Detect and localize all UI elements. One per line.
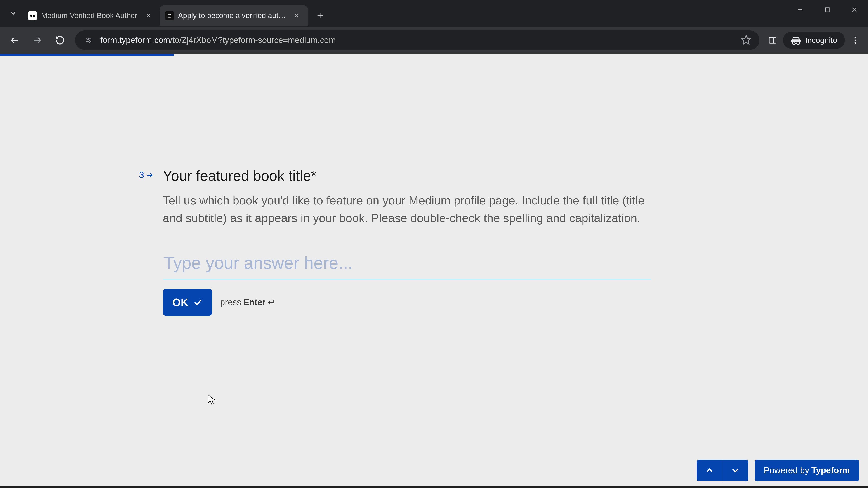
chrome-menu-button[interactable] — [847, 30, 864, 51]
powered-by-badge[interactable]: Powered by Typeform — [755, 459, 859, 481]
url-text: form.typeform.com/to/Zj4rXboM?typeform-s… — [100, 35, 735, 45]
star-icon — [741, 35, 751, 45]
chevron-down-icon — [9, 9, 17, 18]
question-description: Tell us which book you'd like to feature… — [163, 192, 651, 227]
question-number-marker: 3 — [139, 170, 153, 180]
new-tab-button[interactable] — [312, 7, 328, 23]
question-title: Your featured book title* — [163, 167, 678, 185]
tab-medium-author[interactable]: ●● Medium Verified Book Author — [23, 5, 160, 26]
window-maximize-button[interactable] — [814, 0, 841, 19]
sidepanel-icon — [768, 36, 777, 45]
next-question-button[interactable] — [722, 459, 748, 481]
mouse-cursor — [208, 394, 216, 407]
reload-icon — [55, 35, 65, 45]
arrow-right-icon — [146, 171, 153, 179]
browser-titlebar: ●● Medium Verified Book Author ▢ Apply t… — [0, 0, 868, 27]
form-nav-buttons — [697, 459, 748, 481]
answer-input[interactable] — [163, 250, 651, 280]
kebab-icon — [851, 36, 860, 45]
browser-toolbar: form.typeform.com/to/Zj4rXboM?typeform-s… — [0, 27, 868, 54]
svg-point-15 — [89, 41, 91, 42]
typeform-favicon: ▢ — [165, 11, 174, 20]
keyboard-hint: press Enter ↵ — [220, 297, 275, 307]
close-icon — [851, 6, 858, 13]
arrow-left-icon — [10, 35, 20, 45]
minimize-icon — [797, 6, 804, 13]
medium-favicon: ●● — [28, 11, 37, 20]
url-path: /to/Zj4rXboM?typeform-source=medium.com — [170, 35, 336, 45]
svg-point-21 — [855, 42, 856, 43]
address-bar[interactable]: form.typeform.com/to/Zj4rXboM?typeform-s… — [75, 31, 760, 50]
check-icon — [193, 297, 203, 307]
tab-close-button[interactable] — [144, 11, 153, 20]
maximize-icon — [824, 6, 831, 13]
ok-button-label: OK — [172, 296, 188, 308]
window-controls — [786, 0, 868, 27]
svg-rect-7 — [825, 8, 829, 12]
form-progress-bar — [0, 54, 174, 56]
chevron-up-icon — [704, 465, 715, 476]
plus-icon — [316, 11, 324, 19]
bookmark-button[interactable] — [741, 35, 751, 46]
tab-close-button[interactable] — [292, 11, 301, 20]
incognito-icon — [791, 35, 801, 45]
svg-point-14 — [87, 38, 89, 40]
svg-point-20 — [855, 39, 856, 41]
window-close-button[interactable] — [841, 0, 868, 19]
incognito-indicator[interactable]: Incognito — [783, 32, 845, 49]
question-block: 3 Your featured book title* Tell us whic… — [163, 167, 678, 316]
svg-point-19 — [855, 37, 856, 38]
chevron-down-icon — [730, 465, 741, 476]
tabs-search-dropdown[interactable] — [3, 3, 23, 24]
arrow-right-icon — [32, 35, 42, 45]
svg-marker-16 — [742, 35, 750, 44]
ok-button[interactable]: OK — [163, 289, 212, 316]
site-info-button[interactable] — [83, 35, 94, 46]
tune-icon — [85, 36, 93, 44]
question-number: 3 — [139, 170, 144, 180]
forward-button[interactable] — [27, 30, 48, 51]
page-content: 3 Your featured book title* Tell us whic… — [0, 54, 868, 488]
tab-title: Apply to become a verified aut… — [178, 11, 286, 20]
prev-question-button[interactable] — [697, 459, 722, 481]
svg-rect-17 — [769, 37, 776, 43]
tab-title: Medium Verified Book Author — [41, 11, 137, 20]
url-host: form.typeform.com — [100, 35, 170, 45]
window-minimize-button[interactable] — [786, 0, 814, 19]
side-panel-button[interactable] — [765, 30, 781, 51]
os-taskbar-edge — [0, 486, 868, 488]
submit-row: OK press Enter ↵ — [163, 289, 678, 316]
incognito-label: Incognito — [805, 36, 837, 45]
reload-button[interactable] — [50, 30, 70, 51]
tab-typeform-apply[interactable]: ▢ Apply to become a verified aut… — [160, 5, 308, 26]
close-icon — [294, 13, 300, 19]
back-button[interactable] — [4, 30, 25, 51]
close-icon — [145, 13, 151, 19]
